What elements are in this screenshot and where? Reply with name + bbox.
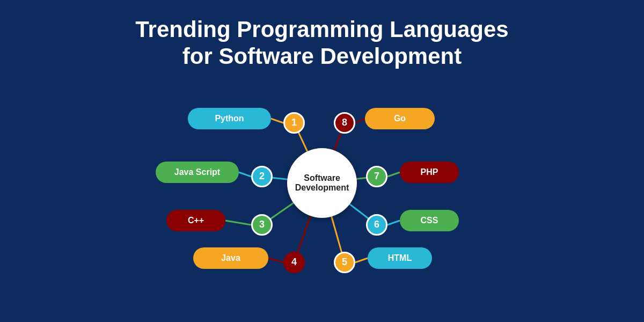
badge-2: 2 [251,166,273,187]
pill-python: Python [188,108,271,129]
svg-line-14 [387,172,400,177]
svg-line-9 [239,172,251,177]
page-title: Trending Programming Languages for Softw… [135,16,508,70]
svg-line-11 [268,258,283,262]
pill-css: CSS [400,210,459,231]
pill-cpp: C++ [166,210,225,231]
badge-3: 3 [251,214,273,236]
svg-line-12 [355,258,368,262]
diagram: Software Development 1 Python 2 Java Scr… [134,81,510,285]
pill-go: Go [365,108,435,129]
badge-5: 5 [334,252,355,273]
badge-6: 6 [366,214,387,236]
pill-java: Java [193,247,268,269]
badge-7: 7 [366,166,387,187]
badge-8: 8 [334,112,355,134]
badge-4: 4 [283,252,305,273]
pill-html: HTML [368,247,432,269]
badge-1: 1 [283,112,305,134]
pill-php: PHP [400,162,459,183]
center-node: Software Development [287,148,357,218]
svg-line-10 [225,221,251,225]
pill-javascript: Java Script [156,162,239,183]
svg-line-8 [271,119,283,123]
svg-line-13 [387,221,400,225]
svg-line-15 [355,119,365,123]
